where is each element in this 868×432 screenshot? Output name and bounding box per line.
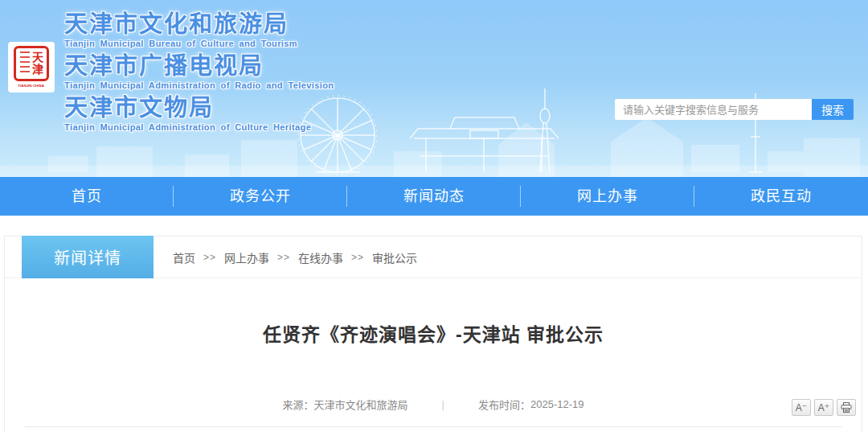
nav-item-public-interaction[interactable]: 政民互动 <box>694 177 868 216</box>
org-title-heritage: 天津市文物局 <box>64 94 334 122</box>
source-label: 来源： <box>283 397 314 412</box>
org-subtitle-culture-tourism: Tianjin Municipal Bureau of Culture and … <box>64 39 334 49</box>
seal-caption: TIANJIN·CHINA <box>18 84 45 88</box>
breadcrumb: 首页 >> 网上办事 >> 在线办事 >> 审批公示 <box>173 237 417 278</box>
meta-divider: | <box>442 398 444 410</box>
print-icon <box>841 402 852 413</box>
article-meta: 来源： 天津市文化和旅游局 | 发布时间： 2025-12-19 <box>5 397 862 412</box>
section-divider <box>25 426 841 427</box>
seal-decoration <box>20 51 30 76</box>
font-increase-button[interactable]: A⁺ <box>814 399 833 416</box>
breadcrumb-online-handling[interactable]: 在线办事 <box>298 249 343 265</box>
breadcrumb-separator: >> <box>203 252 216 263</box>
seal-icon: 天津 <box>14 46 49 81</box>
nav-item-gov-info[interactable]: 政务公开 <box>174 177 347 216</box>
breadcrumb-approval-publicity[interactable]: 审批公示 <box>372 249 417 265</box>
publish-date-label: 发布时间： <box>478 397 530 412</box>
org-titles: 天津市文化和旅游局 Tianjin Municipal Bureau of Cu… <box>64 10 334 136</box>
main-nav: 首页 政务公开 新闻动态 网上办事 政民互动 <box>0 177 868 216</box>
breadcrumb-separator: >> <box>277 252 290 263</box>
org-subtitle-heritage: Tianjin Municipal Administration of Cult… <box>64 122 334 133</box>
publish-date-value: 2025-12-19 <box>530 398 584 410</box>
org-subtitle-radio-tv: Tianjin Municipal Administration of Radi… <box>64 80 334 91</box>
breadcrumb-home[interactable]: 首页 <box>173 249 195 265</box>
print-button[interactable] <box>837 399 856 416</box>
site-logo-seal: 天津 TIANJIN·CHINA <box>8 42 55 93</box>
breadcrumb-online-services[interactable]: 网上办事 <box>224 249 269 265</box>
search-input[interactable] <box>615 99 812 120</box>
tab-news-detail[interactable]: 新闻详情 <box>22 236 154 278</box>
org-title-culture-tourism: 天津市文化和旅游局 <box>64 10 334 39</box>
article-tools: A⁻ A⁺ <box>792 399 856 416</box>
source-value: 天津市文化和旅游局 <box>314 397 408 412</box>
seal-text: 天津 <box>31 51 43 76</box>
search-bar: 搜索 <box>615 99 854 120</box>
nav-item-online-services[interactable]: 网上办事 <box>521 177 694 216</box>
article-title: 任贤齐《齐迹演唱会》-天津站 审批公示 <box>5 319 862 347</box>
content-header-row: 新闻详情 首页 >> 网上办事 >> 在线办事 >> 审批公示 <box>5 237 862 278</box>
org-title-radio-tv: 天津市广播电视局 <box>64 52 334 80</box>
breadcrumb-separator: >> <box>351 252 364 263</box>
nav-item-home[interactable]: 首页 <box>0 177 174 216</box>
banner: 天津 TIANJIN·CHINA 天津市文化和旅游局 Tianjin Munic… <box>0 0 868 177</box>
font-decrease-button[interactable]: A⁻ <box>792 399 811 416</box>
content-box: 新闻详情 首页 >> 网上办事 >> 在线办事 >> 审批公示 任贤齐《齐迹演唱… <box>4 236 862 432</box>
search-button[interactable]: 搜索 <box>812 99 854 120</box>
nav-item-news[interactable]: 新闻动态 <box>347 177 521 216</box>
